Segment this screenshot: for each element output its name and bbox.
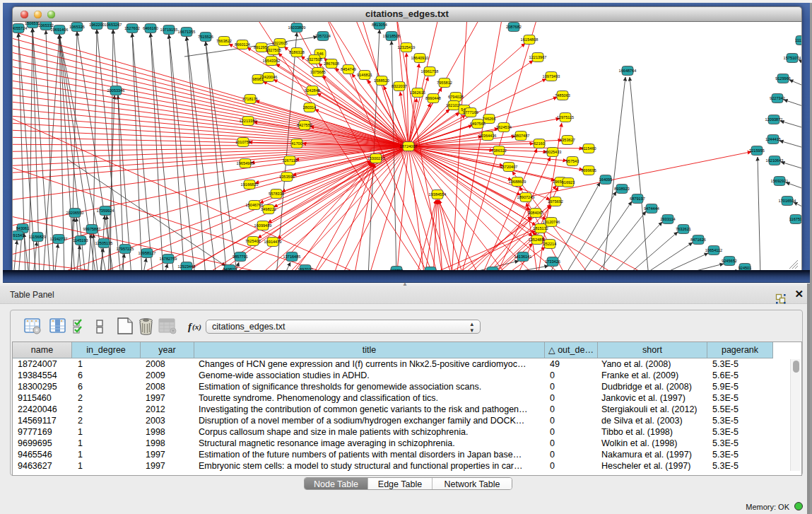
- svg-text:111243: 111243: [795, 38, 802, 42]
- svg-text:7357224: 7357224: [315, 34, 331, 38]
- svg-text:1733426: 1733426: [545, 259, 560, 264]
- svg-text:8322037: 8322037: [392, 84, 407, 88]
- svg-text:12325419: 12325419: [398, 45, 416, 49]
- svg-text:1362615: 1362615: [410, 90, 425, 95]
- svg-text:18724007: 18724007: [400, 144, 418, 148]
- svg-text:7386322: 7386322: [491, 148, 507, 153]
- svg-text:14055724: 14055724: [13, 26, 27, 30]
- svg-text:3498222: 3498222: [261, 207, 276, 211]
- svg-text:20053346: 20053346: [107, 88, 125, 93]
- svg-text:16543362: 16543362: [263, 59, 281, 63]
- svg-text:9474444: 9474444: [644, 206, 659, 211]
- svg-text:391541: 391541: [13, 233, 24, 238]
- svg-text:10654112: 10654112: [705, 248, 722, 252]
- svg-text:2867608: 2867608: [324, 62, 339, 66]
- svg-text:6879197: 6879197: [630, 197, 645, 201]
- svg-text:7625402: 7625402: [245, 239, 261, 243]
- svg-text:16671355: 16671355: [178, 30, 196, 34]
- svg-text:19166825: 19166825: [241, 182, 259, 187]
- svg-text:(x): (x): [192, 322, 201, 332]
- svg-text:1010755: 1010755: [235, 140, 251, 144]
- svg-text:7632621: 7632621: [676, 227, 691, 231]
- svg-text:3375685: 3375685: [310, 70, 326, 74]
- svg-text:1244415: 1244415: [765, 137, 781, 141]
- svg-text:10958127: 10958127: [139, 251, 156, 255]
- svg-text:20364436: 20364436: [479, 134, 497, 138]
- svg-text:12923448: 12923448: [178, 264, 196, 269]
- svg-text:9115460: 9115460: [581, 146, 596, 151]
- svg-text:6466160: 6466160: [143, 26, 158, 30]
- svg-text:916923: 916923: [562, 180, 575, 185]
- svg-text:8813054: 8813054: [372, 23, 387, 27]
- svg-text:7515526: 7515526: [198, 35, 213, 39]
- svg-text:10120746: 10120746: [543, 220, 560, 224]
- svg-text:16914479: 16914479: [264, 240, 282, 244]
- svg-text:12505135: 12505135: [95, 241, 113, 245]
- svg-text:12342737: 12342737: [50, 237, 68, 241]
- svg-text:9129966: 9129966: [775, 76, 791, 81]
- svg-text:9777169: 9777169: [463, 110, 478, 115]
- svg-text:10025433: 10025433: [544, 150, 562, 154]
- svg-text:1815132: 1815132: [533, 226, 548, 230]
- svg-text:15751074: 15751074: [784, 56, 801, 60]
- svg-text:7955812: 7955812: [437, 81, 452, 85]
- svg-text:20691406: 20691406: [51, 28, 69, 32]
- svg-text:17359924: 17359924: [97, 209, 114, 213]
- svg-text:9146821: 9146821: [357, 73, 372, 77]
- svg-text:280314: 280314: [303, 105, 317, 110]
- svg-text:957543: 957543: [566, 159, 579, 163]
- svg-text:16782759: 16782759: [160, 257, 177, 261]
- svg-text:19218506: 19218506: [383, 34, 401, 38]
- svg-text:16210643: 16210643: [766, 158, 784, 163]
- svg-text:6497568: 6497568: [470, 122, 486, 126]
- svg-text:1962200: 1962200: [89, 23, 105, 27]
- svg-text:19384554: 19384554: [429, 192, 447, 197]
- svg-text:18640910: 18640910: [411, 56, 429, 60]
- svg-text:9242848: 9242848: [305, 88, 320, 93]
- svg-text:8427552: 8427552: [297, 123, 312, 127]
- svg-text:7485063: 7485063: [555, 93, 570, 98]
- svg-text:8454749: 8454749: [341, 67, 356, 71]
- svg-text:8660124: 8660124: [235, 42, 250, 47]
- svg-text:62160: 62160: [534, 141, 545, 146]
- svg-text:8990448: 8990448: [425, 96, 441, 100]
- svg-text:3624534: 3624534: [496, 125, 512, 129]
- svg-text:16154808: 16154808: [521, 37, 539, 42]
- svg-text:7663822: 7663822: [216, 39, 232, 43]
- svg-text:19654985: 19654985: [237, 161, 254, 165]
- svg-text:15720407: 15720407: [500, 165, 518, 169]
- svg-text:10688609: 10688609: [509, 180, 526, 184]
- svg-text:16099489: 16099489: [254, 223, 272, 228]
- svg-text:1353627: 1353627: [560, 138, 575, 142]
- svg-text:1975692: 1975692: [548, 199, 563, 204]
- svg-text:8186328: 8186328: [289, 50, 305, 54]
- svg-text:18907249: 18907249: [517, 195, 535, 199]
- svg-text:16961758: 16961758: [421, 69, 439, 74]
- svg-text:10807487: 10807487: [512, 134, 530, 138]
- svg-text:1145193: 1145193: [73, 238, 88, 243]
- svg-text:11156829: 11156829: [29, 235, 46, 239]
- svg-text:5578334: 5578334: [269, 192, 284, 196]
- svg-text:22420046: 22420046: [260, 75, 278, 79]
- svg-text:9699695: 9699695: [581, 168, 596, 173]
- svg-text:13716485: 13716485: [283, 255, 301, 259]
- svg-text:116753: 116753: [789, 217, 802, 221]
- svg-text:12213383: 12213383: [240, 119, 257, 123]
- svg-text:12093872: 12093872: [765, 117, 783, 122]
- svg-text:6794028: 6794028: [448, 95, 464, 99]
- svg-text:843061: 843061: [16, 226, 30, 230]
- svg-text:16648764: 16648764: [619, 69, 637, 73]
- svg-text:8938923: 8938923: [614, 187, 630, 191]
- svg-text:15692921: 15692921: [771, 179, 789, 183]
- svg-text:3267110: 3267110: [282, 158, 297, 163]
- svg-text:2933114: 2933114: [660, 217, 675, 221]
- svg-text:10973493: 10973493: [543, 74, 560, 78]
- svg-text:9327505: 9327505: [266, 48, 281, 52]
- svg-text:17957225: 17957225: [117, 247, 134, 251]
- svg-text:164095: 164095: [599, 177, 613, 182]
- svg-text:1353594: 1353594: [279, 175, 295, 179]
- svg-text:9084067: 9084067: [528, 211, 543, 215]
- svg-text:3215955: 3215955: [749, 148, 765, 153]
- svg-text:10719155: 10719155: [160, 28, 178, 32]
- svg-text:2718176: 2718176: [242, 97, 258, 101]
